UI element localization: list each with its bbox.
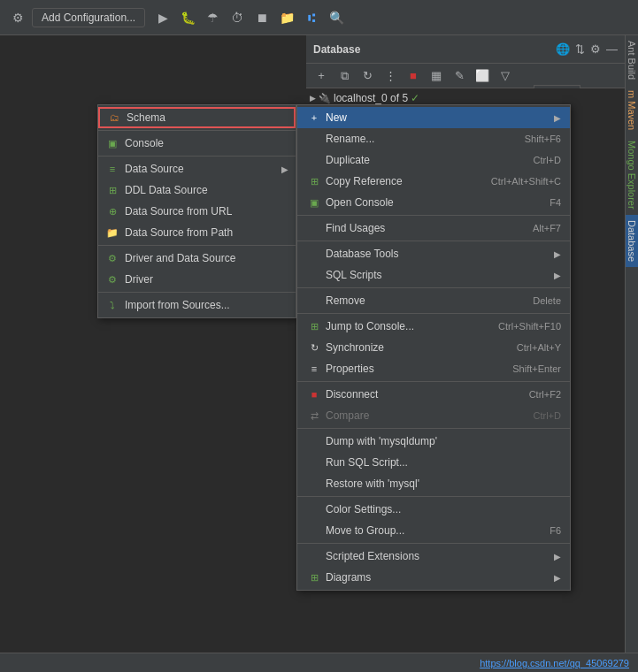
submenu-arrow-icon: ▶ <box>281 164 288 174</box>
sync-icon: ↻ <box>306 340 322 355</box>
menu-item-data-source[interactable]: ≡ Data Source ▶ <box>98 158 296 179</box>
menu-item-jump-console[interactable]: ⊞ Jump to Console... Ctrl+Shift+F10 <box>297 316 570 337</box>
menu-item-console[interactable]: ▣ Console <box>98 133 296 154</box>
run-icon[interactable]: ▶ <box>152 7 173 28</box>
vcs-icon[interactable]: ⑆ <box>301 7 322 28</box>
menu-item-rename[interactable]: Rename... Shift+F6 <box>297 128 570 149</box>
run-sql-icon <box>306 454 322 470</box>
console-icon[interactable]: ⬜ <box>473 66 492 86</box>
rename-shortcut: Shift+F6 <box>525 134 561 144</box>
menu-item-open-console[interactable]: ▣ Open Console F4 <box>297 192 570 213</box>
open-console-label: Open Console <box>326 196 394 209</box>
menu-item-diagrams[interactable]: ⊞ Diagrams ▶ <box>297 567 570 588</box>
menu-item-driver-ds[interactable]: ⚙ Driver and Data Source <box>98 248 296 269</box>
run-sql-label: Run SQL Script... <box>326 456 408 469</box>
debug-icon[interactable]: 🐛 <box>177 7 198 28</box>
import-icon: ⤵ <box>105 298 119 312</box>
menu-item-color-settings[interactable]: Color Settings... <box>297 499 570 520</box>
tab-maven[interactable]: m Maven <box>626 85 638 135</box>
add-config-button[interactable]: Add Configuration... <box>32 8 145 27</box>
menu-item-new[interactable]: + New ▶ <box>297 107 570 128</box>
schema-icon[interactable]: ⋮ <box>380 66 400 86</box>
top-toolbar: ⚙ Add Configuration... ▶ 🐛 ☂ ⏱ ⏹ 📁 ⑆ 🔍 <box>0 0 638 35</box>
build-icon[interactable]: ⚙ <box>7 7 28 28</box>
data-source-label: Data Source <box>125 163 184 175</box>
globe-icon[interactable]: 🌐 <box>556 42 570 56</box>
tree-expand-icon[interactable]: ▶ <box>310 94 316 103</box>
data-source-icon: ≡ <box>105 162 119 176</box>
db-panel-header: Database 🌐 ⇅ ⚙ — <box>306 35 625 64</box>
menu-separator-1 <box>98 130 296 131</box>
tab-mongo[interactable]: Mongo Explorer <box>626 135 638 215</box>
menu-item-driver[interactable]: ⚙ Driver <box>98 269 296 290</box>
menu-item-remove[interactable]: Remove Delete <box>297 290 570 311</box>
side-tabs: Ant Build m Maven Mongo Explorer Databas… <box>625 35 638 670</box>
coverage-icon[interactable]: ☂ <box>202 7 223 28</box>
status-url[interactable]: https://blog.csdn.net/qq_45069279 <box>480 658 629 668</box>
folder-icon[interactable]: 📁 <box>276 7 297 28</box>
jump-shortcut: Ctrl+Shift+F10 <box>498 321 561 332</box>
driver-label: Driver <box>125 273 153 286</box>
duplicate-label: Duplicate <box>326 154 370 166</box>
db-panel-icons: 🌐 ⇅ ⚙ — <box>556 42 618 56</box>
menu-item-sql-scripts[interactable]: SQL Scripts ▶ <box>297 264 570 286</box>
split-icon[interactable]: ⇅ <box>575 42 585 56</box>
schema-label: Schema <box>127 111 165 124</box>
menu-item-duplicate[interactable]: Duplicate Ctrl+D <box>297 149 570 171</box>
menu-item-move-group[interactable]: Move to Group... F6 <box>297 520 570 541</box>
menu-item-import[interactable]: ⤵ Import from Sources... <box>98 294 296 316</box>
menu-item-schema[interactable]: 🗂 Schema <box>98 107 296 128</box>
stop-icon[interactable]: ⏹ <box>251 7 273 28</box>
menu-item-data-source-path[interactable]: 📁 Data Source from Path <box>98 222 296 243</box>
find-icon <box>306 220 322 236</box>
menu-separator-4 <box>98 292 296 293</box>
menu-item-properties[interactable]: ≡ Properties Shift+Enter <box>297 358 570 379</box>
remove-shortcut: Delete <box>533 295 561 306</box>
menu-item-find-usages[interactable]: Find Usages Alt+F7 <box>297 218 570 239</box>
profile-icon[interactable]: ⏱ <box>227 7 248 28</box>
url-icon: ⊕ <box>105 204 119 218</box>
menu-item-dump[interactable]: Dump with 'mysqldump' <box>297 431 570 452</box>
menu-item-run-sql[interactable]: Run SQL Script... <box>297 452 570 473</box>
settings-icon[interactable]: ⚙ <box>590 42 601 56</box>
right-sep-6 <box>297 428 570 429</box>
add-db-icon[interactable]: + <box>311 66 331 86</box>
tab-database[interactable]: Database <box>626 215 638 267</box>
url-label: Data Source from URL <box>125 205 232 218</box>
props-shortcut: Shift+Enter <box>512 363 561 374</box>
import-label: Import from Sources... <box>125 299 230 311</box>
driver-ds-label: Driver and Data Source <box>125 252 235 264</box>
stop-db-icon[interactable]: ■ <box>404 66 423 86</box>
menu-item-copy-reference[interactable]: ⊞ Copy Reference Ctrl+Alt+Shift+C <box>297 171 570 192</box>
menu-item-data-source-url[interactable]: ⊕ Data Source from URL <box>98 201 296 222</box>
filter-icon[interactable]: ▽ <box>496 66 515 86</box>
right-sep-3 <box>297 287 570 288</box>
scripted-icon <box>306 548 322 564</box>
menu-item-scripted-ext[interactable]: Scripted Extensions ▶ <box>297 546 570 567</box>
search-icon[interactable]: 🔍 <box>326 7 347 28</box>
menu-item-disconnect[interactable]: ■ Disconnect Ctrl+F2 <box>297 384 570 405</box>
duplicate-db-icon[interactable]: ⧉ <box>334 66 354 86</box>
menu-item-compare[interactable]: ⇄ Compare Ctrl+D <box>297 405 570 426</box>
minimize-icon[interactable]: — <box>606 42 618 56</box>
edit-icon[interactable]: ✎ <box>450 66 469 86</box>
right-context-menu: + New ▶ Rename... Shift+F6 Duplicate Ctr… <box>296 104 571 591</box>
rename-icon <box>306 131 322 147</box>
driver-icon: ⚙ <box>105 272 119 286</box>
refresh-db-icon[interactable]: ↻ <box>357 66 377 86</box>
menu-item-synchronize[interactable]: ↻ Synchronize Ctrl+Alt+Y <box>297 337 570 358</box>
console-icon: ▣ <box>105 136 119 150</box>
find-usages-label: Find Usages <box>326 222 385 234</box>
sync-shortcut: Ctrl+Alt+Y <box>517 342 561 353</box>
compare-icon: ⇄ <box>306 408 322 424</box>
tab-ant-build[interactable]: Ant Build <box>626 35 638 85</box>
color-settings-label: Color Settings... <box>326 503 401 515</box>
right-sep-1 <box>297 215 570 216</box>
table-icon[interactable]: ▦ <box>427 66 446 86</box>
right-sep-5 <box>297 381 570 382</box>
scripted-ext-label: Scripted Extensions <box>326 550 419 562</box>
menu-item-ddl-data-source[interactable]: ⊞ DDL Data Source <box>98 179 296 201</box>
menu-item-database-tools[interactable]: Database Tools ▶ <box>297 243 570 264</box>
localhost-label: localhost_0 of 5 <box>334 92 408 104</box>
menu-item-restore[interactable]: Restore with 'mysql' <box>297 473 570 494</box>
